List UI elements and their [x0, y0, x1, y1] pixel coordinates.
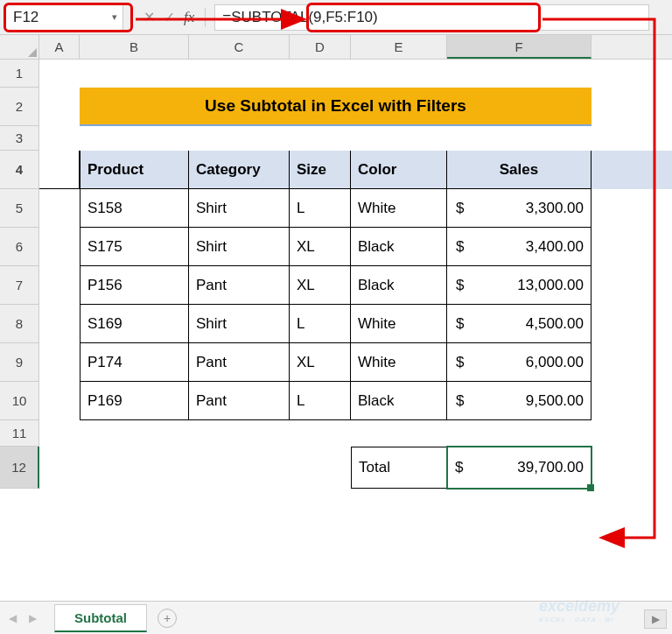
cell-sales[interactable]: $3,300.00: [447, 189, 592, 228]
add-sheet-button[interactable]: +: [158, 609, 177, 628]
table-row: 9P174PantXLWhite$6,000.00: [0, 343, 672, 382]
formula-value: =SUBTOTAL(9,F5:F10): [222, 9, 377, 26]
cell-sales[interactable]: $3,400.00: [447, 228, 592, 266]
cell-sales[interactable]: $4,500.00: [447, 305, 592, 343]
sales-amount: 9,500.00: [526, 392, 584, 410]
cell-product[interactable]: P156: [80, 266, 189, 305]
cell-color[interactable]: Black: [351, 382, 447, 420]
cell[interactable]: [39, 60, 80, 88]
cell-color[interactable]: White: [351, 305, 447, 343]
nav-next-icon[interactable]: ▶: [29, 612, 37, 624]
header-product[interactable]: Product: [80, 151, 189, 189]
cell-category[interactable]: Pant: [189, 266, 290, 305]
currency-symbol: $: [455, 459, 463, 476]
row-header-11[interactable]: 11: [0, 420, 39, 447]
cell-product[interactable]: P174: [80, 343, 189, 382]
row-4: 4 Product Category Size Color Sales: [0, 151, 672, 189]
sales-amount: 13,000.00: [517, 277, 584, 294]
cell[interactable]: [39, 228, 80, 266]
row-1: 1: [0, 60, 672, 88]
cell[interactable]: [39, 266, 80, 305]
row-header-4[interactable]: 4: [0, 151, 39, 189]
row-12: 12 Total $ 39,700.00: [0, 447, 672, 489]
cell-size[interactable]: XL: [290, 343, 351, 382]
cell-sales[interactable]: $9,500.00: [447, 382, 592, 420]
cell-size[interactable]: XL: [290, 228, 351, 266]
row-header-3[interactable]: 3: [0, 126, 39, 151]
formula-controls: ✕ ✓ fx: [130, 8, 207, 27]
row-3: 3: [0, 126, 672, 151]
total-label-cell[interactable]: Total: [351, 447, 447, 489]
accept-icon[interactable]: ✓: [164, 9, 175, 25]
cell-color[interactable]: Black: [351, 266, 447, 305]
cell[interactable]: [39, 189, 80, 228]
cell-product[interactable]: S169: [80, 305, 189, 343]
cell[interactable]: [80, 60, 592, 88]
header-size[interactable]: Size: [290, 151, 351, 189]
cell-category[interactable]: Pant: [189, 343, 290, 382]
cell[interactable]: [39, 447, 80, 489]
watermark-sub: EXCEL · DATA · BI: [539, 616, 620, 623]
cell[interactable]: [39, 151, 80, 189]
name-box[interactable]: F12 ▾: [5, 4, 123, 31]
cell-product[interactable]: S175: [80, 228, 189, 266]
cell-size[interactable]: L: [290, 382, 351, 420]
chevron-down-icon[interactable]: ▾: [112, 11, 117, 23]
row-header[interactable]: 10: [0, 382, 39, 420]
cell[interactable]: [39, 88, 80, 126]
fx-icon[interactable]: fx: [184, 9, 194, 26]
header-category[interactable]: Category: [189, 151, 290, 189]
cell-color[interactable]: White: [351, 343, 447, 382]
cancel-icon[interactable]: ✕: [144, 9, 155, 25]
header-color[interactable]: Color: [351, 151, 447, 189]
header-sales[interactable]: Sales: [447, 151, 592, 189]
cell-size[interactable]: XL: [290, 266, 351, 305]
col-header-a[interactable]: A: [39, 35, 80, 59]
cell-category[interactable]: Shirt: [189, 305, 290, 343]
row-header-1[interactable]: 1: [0, 60, 39, 88]
total-value-cell[interactable]: $ 39,700.00: [447, 447, 592, 489]
table-row: 5S158ShirtLWhite$3,300.00: [0, 189, 672, 228]
row-2: 2 Use Subtotal in Excel with Filters: [0, 88, 672, 126]
cell-category[interactable]: Shirt: [189, 228, 290, 266]
cell[interactable]: [80, 447, 189, 489]
cell-size[interactable]: L: [290, 305, 351, 343]
col-header-b[interactable]: B: [80, 35, 189, 59]
row-11: 11: [0, 420, 672, 447]
nav-prev-icon[interactable]: ◀: [9, 612, 17, 624]
formula-bar: F12 ▾ ✕ ✓ fx =SUBTOTAL(9,F5:F10): [0, 0, 672, 35]
row-header-12[interactable]: 12: [0, 447, 39, 489]
col-header-c[interactable]: C: [189, 35, 290, 59]
cell[interactable]: [39, 343, 80, 382]
cell-color[interactable]: White: [351, 189, 447, 228]
cell-color[interactable]: Black: [351, 228, 447, 266]
select-all-triangle[interactable]: [0, 35, 39, 60]
cell-size[interactable]: L: [290, 189, 351, 228]
row-header-2[interactable]: 2: [0, 88, 39, 126]
fill-handle[interactable]: [587, 484, 594, 491]
row-header[interactable]: 5: [0, 189, 39, 228]
cell[interactable]: [39, 305, 80, 343]
cell-sales[interactable]: $13,000.00: [447, 266, 592, 305]
sheet-tab-subtotal[interactable]: Subtotal: [54, 604, 147, 632]
cell-category[interactable]: Shirt: [189, 189, 290, 228]
col-header-e[interactable]: E: [351, 35, 447, 59]
cell-product[interactable]: S158: [80, 189, 189, 228]
row-header[interactable]: 6: [0, 228, 39, 266]
cell[interactable]: [39, 382, 80, 420]
col-header-f[interactable]: F: [447, 35, 592, 59]
row-header[interactable]: 7: [0, 266, 39, 305]
cell[interactable]: [39, 126, 80, 151]
row-header[interactable]: 8: [0, 305, 39, 343]
scroll-right-button[interactable]: ▶: [644, 609, 667, 629]
currency-symbol: $: [454, 277, 464, 294]
row-header[interactable]: 9: [0, 343, 39, 382]
formula-input[interactable]: =SUBTOTAL(9,F5:F10): [214, 4, 649, 31]
cell[interactable]: [290, 447, 351, 489]
cell-sales[interactable]: $6,000.00: [447, 343, 592, 382]
cell[interactable]: [189, 447, 290, 489]
cell-product[interactable]: P169: [80, 382, 189, 420]
cell-category[interactable]: Pant: [189, 382, 290, 420]
cell[interactable]: [39, 420, 80, 447]
col-header-d[interactable]: D: [290, 35, 351, 59]
